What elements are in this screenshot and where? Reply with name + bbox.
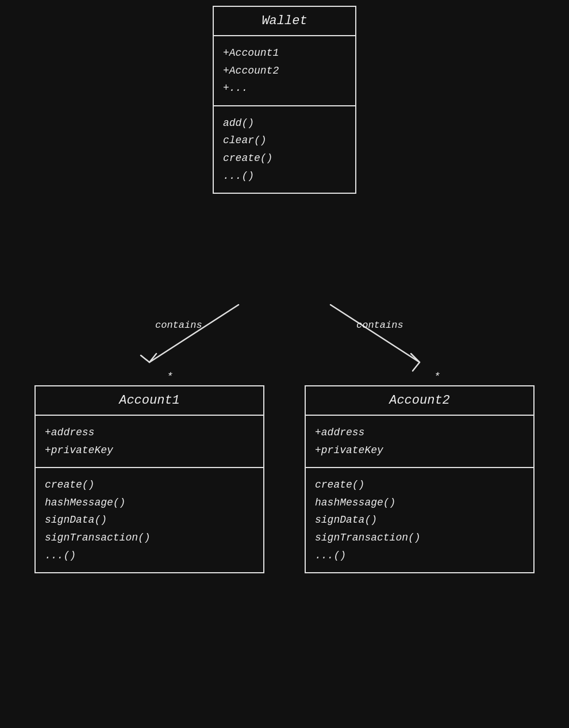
wallet-class-box: Wallet +Account1 +Account2 +... add() cl… <box>213 6 356 194</box>
account2-title: Account2 <box>306 386 533 416</box>
account2-method-5: ...() <box>315 547 524 565</box>
account2-method-4: signTransaction() <box>315 529 524 547</box>
account2-method-2: hashMessage() <box>315 494 524 512</box>
right-multiplicity: * <box>434 371 440 382</box>
wallet-method-2: clear() <box>223 132 346 150</box>
account1-title: Account1 <box>36 386 263 416</box>
account1-attr-2: +privateKey <box>45 442 254 459</box>
wallet-attributes: +Account1 +Account2 +... <box>214 36 355 106</box>
account2-methods: create() hashMessage() signData() signTr… <box>306 468 533 572</box>
account1-method-4: signTransaction() <box>45 529 254 547</box>
account1-method-3: signData() <box>45 511 254 529</box>
account2-method-3: signData() <box>315 511 524 529</box>
wallet-attr-3: +... <box>223 79 346 97</box>
account2-attributes: +address +privateKey <box>306 416 533 468</box>
account1-class-box: Account1 +address +privateKey create() h… <box>34 385 264 573</box>
left-contains-label: contains <box>155 320 202 331</box>
account1-method-5: ...() <box>45 547 254 565</box>
wallet-title: Wallet <box>214 7 355 36</box>
account1-attr-1: +address <box>45 424 254 442</box>
account1-methods: create() hashMessage() signData() signTr… <box>36 468 263 572</box>
wallet-method-3: create() <box>223 150 346 167</box>
account1-method-2: hashMessage() <box>45 494 254 512</box>
account2-class-box: Account2 +address +privateKey create() h… <box>305 385 535 573</box>
uml-diagram: contains contains * * Wallet +Account1 +… <box>0 0 569 728</box>
wallet-attr-1: +Account1 <box>223 44 346 62</box>
wallet-attr-2: +Account2 <box>223 62 346 80</box>
left-multiplicity: * <box>167 371 173 382</box>
account2-attr-2: +privateKey <box>315 442 524 459</box>
right-arrowhead <box>411 354 420 371</box>
left-arrowhead <box>141 354 156 362</box>
right-contains-label: contains <box>356 320 403 331</box>
wallet-method-4: ...() <box>223 167 346 185</box>
account1-method-1: create() <box>45 476 254 494</box>
left-arrow-line <box>149 305 239 362</box>
account1-attributes: +address +privateKey <box>36 416 263 468</box>
wallet-method-1: add() <box>223 114 346 132</box>
wallet-methods: add() clear() create() ...() <box>214 106 355 193</box>
right-arrow-line <box>330 305 420 362</box>
account2-attr-1: +address <box>315 424 524 442</box>
account2-method-1: create() <box>315 476 524 494</box>
